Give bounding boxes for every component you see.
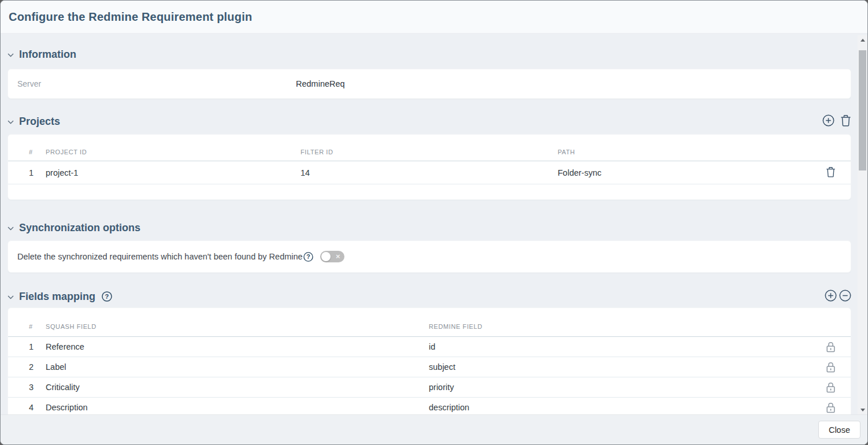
col-header-squash-field: SQUASH FIELD — [46, 323, 429, 330]
section-title-sync-options: Synchronization options — [19, 222, 140, 234]
field-mapping-row: 2 Label subject — [8, 357, 851, 377]
toggle-knob — [321, 252, 331, 261]
server-label: Server — [17, 79, 296, 88]
section-header-fields-mapping: Fields mapping ? — [8, 288, 851, 305]
dialog-body: Information Server RedmineReq Projects — [1, 34, 867, 414]
row-index: 3 — [29, 383, 46, 392]
help-circle-icon[interactable]: ? — [102, 291, 112, 302]
projects-table-header: # PROJECT ID FILTER ID PATH — [8, 143, 851, 161]
delete-sync-requirements-toggle[interactable]: × — [320, 251, 344, 262]
fields-table-header: # SQUASH FIELD REDMINE FIELD — [8, 316, 851, 337]
section-title-fields-mapping: Fields mapping — [19, 291, 95, 303]
redmine-field-cell: priority — [429, 383, 810, 392]
row-index: 1 — [29, 168, 46, 177]
chevron-down-icon[interactable] — [8, 120, 14, 124]
field-mapping-row: 3 Criticality priority — [8, 377, 851, 398]
squash-field-cell: Description — [46, 403, 429, 412]
section-title-information: Information — [19, 49, 76, 61]
svg-text:?: ? — [306, 253, 310, 260]
lock-icon — [810, 362, 851, 373]
scrollbar-down-arrow-icon[interactable] — [858, 405, 867, 414]
col-header-path: PATH — [558, 149, 810, 155]
section-header-projects: Projects — [8, 113, 851, 130]
col-header-project-id: PROJECT ID — [46, 149, 301, 155]
chevron-down-icon[interactable] — [8, 227, 14, 231]
delete-project-row-button[interactable] — [826, 166, 836, 179]
project-table-row: 1 project-1 14 Folder-sync — [8, 161, 851, 184]
plus-circle-icon — [825, 290, 837, 303]
col-header-index: # — [29, 149, 46, 155]
field-mapping-row: 1 Reference id — [8, 337, 851, 357]
redmine-field-cell: subject — [429, 362, 810, 372]
close-button[interactable]: Close — [818, 421, 860, 439]
path-cell[interactable]: Folder-sync — [558, 168, 810, 177]
lock-icon — [810, 382, 851, 393]
scrollbar-up-arrow-icon[interactable] — [858, 35, 867, 44]
add-project-button[interactable] — [822, 114, 834, 128]
plus-circle-icon — [822, 114, 834, 128]
lock-icon — [810, 402, 851, 413]
minus-circle-icon — [839, 290, 851, 303]
col-header-index: # — [29, 323, 46, 330]
help-circle-icon[interactable]: ? — [303, 252, 313, 262]
row-index: 4 — [29, 403, 46, 412]
col-header-filter-id: FILTER ID — [301, 149, 558, 155]
col-header-redmine-field: REDMINE FIELD — [429, 323, 810, 330]
delete-projects-button[interactable] — [840, 114, 851, 128]
server-value: RedmineReq — [296, 79, 345, 88]
section-header-sync-options: Synchronization options — [8, 219, 851, 236]
row-index: 2 — [29, 362, 46, 372]
sync-options-card: Delete the synchronized requirements whi… — [8, 240, 851, 273]
delete-sync-requirements-label: Delete the synchronized requirements whi… — [17, 252, 303, 261]
project-id-cell[interactable]: project-1 — [46, 168, 301, 177]
field-mapping-row: 4 Description description — [8, 398, 851, 414]
chevron-down-icon[interactable] — [8, 295, 14, 299]
section-header-information: Information — [8, 46, 851, 63]
trash-icon — [826, 166, 836, 179]
toggle-off-x-icon: × — [336, 251, 340, 262]
redmine-field-cell: id — [429, 342, 810, 351]
scrollbar-thumb[interactable] — [859, 50, 866, 170]
svg-text:?: ? — [105, 293, 109, 300]
lock-icon — [810, 342, 851, 353]
row-index: 1 — [29, 342, 46, 351]
remove-field-mapping-button[interactable] — [839, 290, 851, 303]
dialog-footer: Close — [1, 414, 867, 444]
squash-field-cell: Criticality — [46, 383, 429, 392]
filter-id-cell[interactable]: 14 — [301, 168, 558, 177]
section-title-projects: Projects — [19, 116, 60, 128]
chevron-down-icon[interactable] — [8, 53, 14, 57]
dialog-title: Configure the Redmine Requirement plugin — [9, 10, 252, 24]
squash-field-cell: Reference — [46, 342, 429, 351]
squash-field-cell: Label — [46, 362, 429, 372]
redmine-field-cell: description — [429, 403, 810, 412]
vertical-scrollbar[interactable] — [858, 35, 867, 414]
trash-icon — [840, 114, 851, 128]
projects-card: # PROJECT ID FILTER ID PATH 1 project-1 … — [8, 134, 851, 200]
dialog-header: Configure the Redmine Requirement plugin — [1, 1, 867, 34]
fields-mapping-card: # SQUASH FIELD REDMINE FIELD 1 Reference… — [8, 307, 851, 414]
redmine-plugin-config-dialog: Configure the Redmine Requirement plugin… — [0, 0, 868, 445]
information-card: Server RedmineReq — [8, 69, 851, 99]
add-field-mapping-button[interactable] — [825, 290, 837, 303]
